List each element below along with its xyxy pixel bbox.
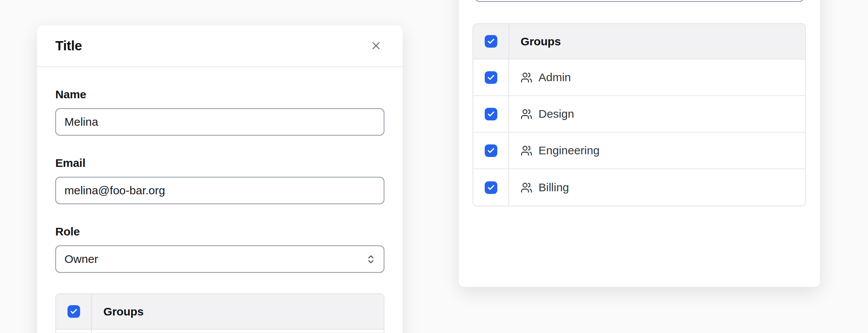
group-row-label: Engineering xyxy=(538,144,600,157)
name-input[interactable] xyxy=(55,108,384,136)
role-select-value: Owner xyxy=(64,253,98,266)
email-field-group: Email xyxy=(55,156,384,204)
group-row-label: Billing xyxy=(538,181,569,194)
groups-table: Groups Admin xyxy=(473,23,806,207)
row-checkbox[interactable] xyxy=(485,144,497,157)
background-dialog: Groups Admin xyxy=(459,0,820,287)
header-checkbox-cell xyxy=(56,294,92,329)
group-row-admin[interactable]: Admin xyxy=(473,59,805,96)
role-field-group: Role Owner xyxy=(55,225,384,273)
email-input[interactable] xyxy=(55,177,384,204)
users-icon xyxy=(521,108,532,120)
name-label: Name xyxy=(55,88,384,101)
dialog-body: Name Email Role Owner xyxy=(37,67,403,333)
check-icon xyxy=(487,110,495,118)
role-select[interactable]: Owner xyxy=(55,245,384,273)
row-checkbox[interactable] xyxy=(485,181,497,194)
check-icon xyxy=(487,184,495,192)
row-checkbox[interactable] xyxy=(485,71,497,84)
check-icon xyxy=(487,74,495,82)
row-checkbox-cell xyxy=(56,330,92,333)
dialog: Title Name Email Role Owner xyxy=(37,25,403,333)
group-row-design[interactable]: Design xyxy=(473,96,805,133)
select-all-checkbox[interactable] xyxy=(68,305,80,318)
group-row-label: Design xyxy=(538,107,574,120)
users-icon xyxy=(521,182,532,194)
close-button[interactable] xyxy=(368,37,384,54)
groups-header-label: Groups xyxy=(92,294,384,329)
group-row-label: Admin xyxy=(538,71,571,84)
row-checkbox-cell xyxy=(473,169,509,206)
role-label: Role xyxy=(55,225,384,239)
groups-table-header: Groups xyxy=(473,24,805,59)
users-icon xyxy=(521,145,532,157)
select-all-checkbox[interactable] xyxy=(485,35,497,48)
header-checkbox-cell xyxy=(473,24,509,59)
group-row-engineering[interactable]: Engineering xyxy=(473,133,805,169)
role-select-clipped[interactable] xyxy=(475,0,804,2)
dialog-title: Title xyxy=(55,38,82,53)
email-label: Email xyxy=(55,156,384,170)
chevrons-up-down-icon xyxy=(366,254,376,264)
check-icon xyxy=(487,147,495,155)
users-icon xyxy=(521,72,532,83)
row-checkbox-cell xyxy=(473,59,509,95)
close-icon xyxy=(370,40,382,52)
groups-table: Groups Admin xyxy=(55,293,384,333)
groups-table-header: Groups xyxy=(56,294,384,330)
row-checkbox[interactable] xyxy=(485,108,497,120)
name-field-group: Name xyxy=(55,88,384,136)
row-checkbox-cell xyxy=(473,96,509,132)
check-icon xyxy=(487,37,495,45)
groups-header-label: Groups xyxy=(509,24,805,59)
dialog-header: Title xyxy=(37,25,403,67)
screen: Groups Admin xyxy=(0,0,868,333)
group-row-billing[interactable]: Billing xyxy=(473,169,805,206)
check-icon xyxy=(70,307,78,315)
row-checkbox-cell xyxy=(473,133,509,168)
group-row-clipped[interactable]: Admin xyxy=(56,330,384,333)
